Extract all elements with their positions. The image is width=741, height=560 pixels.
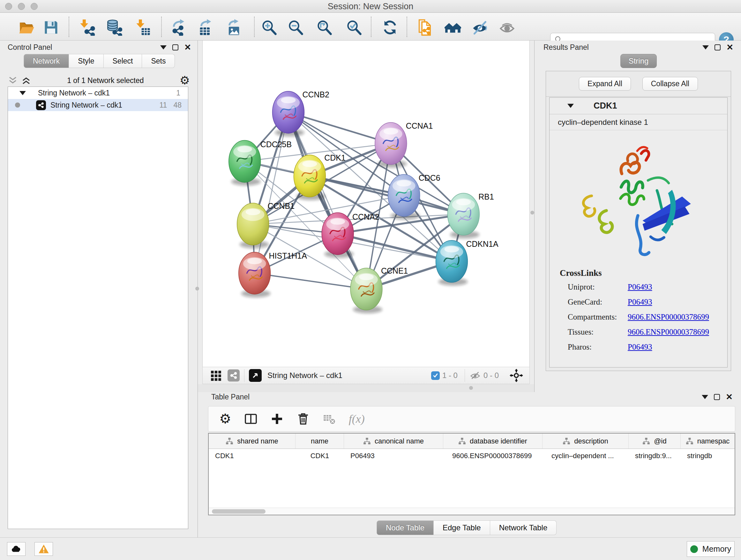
column-header-database-identifier[interactable]: database identifier [443, 434, 542, 449]
export-network-button[interactable] [171, 18, 188, 37]
column-header-description[interactable]: description [542, 434, 629, 449]
main-toolbar: ? [0, 13, 741, 41]
section-collapse-icon[interactable] [567, 104, 574, 108]
panel-menu-icon[interactable] [702, 395, 708, 399]
delete-column-icon[interactable] [296, 412, 310, 426]
column-header-namespace[interactable]: namespac [681, 434, 735, 449]
expand-all-icon[interactable] [21, 76, 31, 85]
zoom-selected-button[interactable] [345, 18, 363, 37]
export-table-button[interactable] [197, 18, 214, 37]
table-options-gear-icon[interactable]: ⚙ [219, 413, 231, 425]
network-view-canvas[interactable]: CCNB2CCNA1CDC25BCDK1CDC6RB1CCNB1CCNA2CDK… [202, 41, 530, 367]
tab-network-table[interactable]: Network Table [490, 520, 557, 535]
network-node[interactable] [239, 252, 271, 298]
panel-menu-icon[interactable] [702, 45, 709, 50]
table-row[interactable]: CDK1 CDK1 P06493 9606.ENSP00000378699 cy… [209, 449, 735, 463]
panel-close-icon[interactable]: ✕ [184, 44, 191, 51]
open-session-button[interactable] [17, 18, 36, 37]
protein-description: cyclin–dependent kinase 1 [549, 114, 727, 130]
column-header-id[interactable]: @id [629, 434, 681, 449]
memory-button[interactable]: Memory [687, 541, 735, 557]
crosslink-pharos[interactable]: P06493 [628, 343, 652, 352]
protein-section-header[interactable]: CDK1 [549, 98, 727, 114]
network-edge[interactable] [288, 112, 366, 289]
crosslink-genecard[interactable]: P06493 [628, 298, 652, 307]
zoom-fit-icon [316, 19, 333, 36]
zoom-out-icon [287, 19, 304, 36]
crosslink-compartments[interactable]: 9606.ENSP00000378699 [628, 313, 709, 321]
open-in-window-icon[interactable] [249, 369, 262, 382]
zoom-fit-button[interactable] [316, 18, 333, 37]
column-header-canonical-name[interactable]: canonical name [344, 434, 443, 449]
import-network-database-button[interactable] [105, 18, 123, 37]
tab-string[interactable]: String [620, 54, 657, 68]
network-edge[interactable] [255, 112, 288, 273]
scrollbar-thumb[interactable] [212, 509, 266, 514]
crosslink-label: Pharos: [568, 343, 628, 352]
clone-network-button[interactable] [416, 18, 434, 37]
apply-layout-button[interactable] [381, 18, 399, 37]
tab-sets[interactable]: Sets [142, 54, 175, 68]
zoom-out-button[interactable] [287, 18, 305, 37]
network-node[interactable] [388, 174, 420, 220]
network-node[interactable] [229, 140, 261, 186]
status-bar: Memory [0, 537, 741, 560]
panel-menu-icon[interactable] [160, 45, 166, 50]
tab-edge-table[interactable]: Edge Table [434, 520, 490, 535]
network-node[interactable] [350, 268, 382, 314]
tree-expand-icon[interactable] [19, 91, 26, 95]
left-splitter-handle-dot[interactable] [195, 287, 199, 291]
add-column-icon[interactable] [270, 412, 284, 426]
save-session-button[interactable] [42, 18, 60, 37]
panel-float-icon[interactable] [715, 44, 721, 51]
fit-content-crosshair-icon[interactable] [510, 369, 523, 382]
crosslink-tissues[interactable]: 9606.ENSP00000378699 [628, 327, 709, 336]
show-columns-icon[interactable] [244, 412, 258, 426]
tab-network[interactable]: Network [23, 54, 69, 68]
tab-style[interactable]: Style [69, 54, 104, 68]
collapse-all-icon[interactable] [8, 76, 18, 85]
right-splitter-handle-dot[interactable] [530, 211, 534, 214]
hide-selected-button[interactable] [471, 18, 489, 37]
zoom-in-button[interactable] [260, 18, 278, 37]
network-node[interactable] [237, 203, 269, 248]
export-table-icon [197, 19, 214, 36]
network-tree: String Network – cdk1 1 String Network –… [8, 86, 188, 529]
panel-close-icon[interactable]: ✕ [726, 394, 733, 400]
network-row-selected[interactable]: String Network – cdk1 11 48 [8, 99, 188, 111]
crosslink-uniprot[interactable]: P06493 [628, 283, 652, 292]
network-type-icon [36, 100, 46, 110]
selected-checkbox-icon[interactable] [431, 371, 440, 380]
network-status-dot [15, 103, 20, 108]
expand-all-button[interactable]: Expand All [579, 77, 631, 91]
network-graph[interactable]: CCNB2CCNA1CDC25BCDK1CDC6RB1CCNB1CCNA2CDK… [203, 41, 529, 367]
network-node[interactable] [436, 240, 468, 286]
column-header-name[interactable]: name [295, 434, 344, 449]
grid-view-icon[interactable] [210, 369, 222, 381]
network-badge-icon[interactable] [227, 369, 240, 381]
table-horizontal-scrollbar[interactable] [209, 508, 735, 515]
network-collection-row[interactable]: String Network – cdk1 1 [8, 87, 188, 99]
network-node[interactable] [273, 91, 305, 137]
panel-close-icon[interactable]: ✕ [726, 44, 733, 51]
network-node-label: CCNA2 [352, 212, 380, 221]
string-protein-query-button[interactable] [444, 18, 462, 37]
panel-float-icon[interactable] [172, 44, 179, 51]
show-all-hidden-button[interactable] [498, 18, 516, 37]
tab-node-table[interactable]: Node Table [377, 520, 434, 535]
network-node[interactable] [322, 212, 354, 258]
network-options-gear-icon[interactable]: ⚙ [180, 75, 190, 86]
column-header-shared-name[interactable]: shared name [209, 434, 295, 449]
import-network-file-button[interactable] [78, 18, 96, 37]
panel-float-icon[interactable] [714, 394, 720, 400]
node-table[interactable]: shared name name canonical name database… [208, 433, 735, 515]
network-node[interactable] [448, 193, 480, 239]
export-image-button[interactable] [225, 18, 243, 37]
warnings-button[interactable] [35, 542, 53, 556]
tab-select[interactable]: Select [104, 54, 142, 68]
cell-database-identifier: 9606.ENSP00000378699 [443, 449, 542, 463]
network-edge[interactable] [255, 273, 366, 289]
import-table-file-button[interactable] [134, 18, 152, 37]
collapse-all-button[interactable]: Collapse All [643, 77, 698, 91]
cloud-status-button[interactable] [7, 542, 25, 556]
